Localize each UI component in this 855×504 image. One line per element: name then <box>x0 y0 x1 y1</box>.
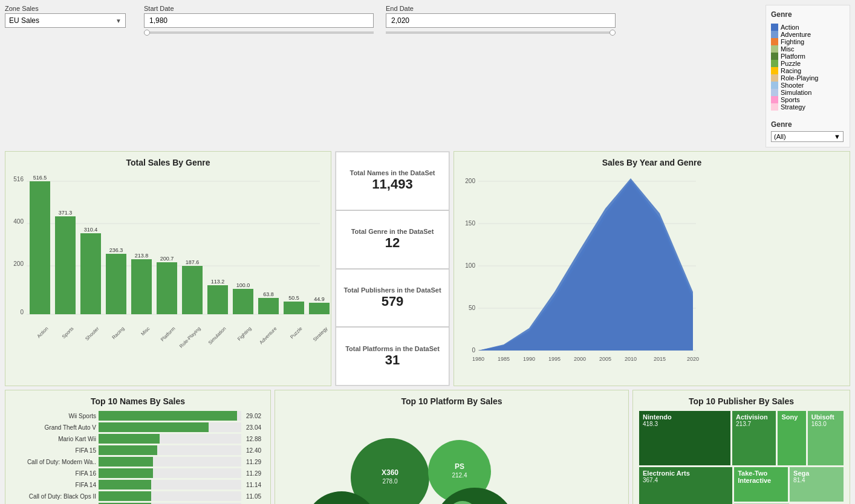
stats-panel: Total Names in the DataSet 11,493 Total … <box>335 151 450 386</box>
legend-items: ActionAdventureFightingMiscPlatformPuzzl… <box>771 24 845 111</box>
bar-row-wii-sports: Wii Sports 29.02 <box>11 411 264 421</box>
charts-area: Total Sales By Genre 516 400 200 0 <box>5 151 850 504</box>
bar-shooter[interactable] <box>80 233 101 314</box>
svg-text:Strategy: Strategy <box>312 326 328 342</box>
bar-chart-title: Total Sales By Genre <box>11 158 325 167</box>
bar-track <box>99 480 241 489</box>
svg-text:200: 200 <box>465 178 475 184</box>
treemap-cell-sony: Sony <box>778 411 805 465</box>
total-platforms-value: 31 <box>385 352 400 368</box>
legend-item[interactable]: Role-Playing <box>771 74 845 82</box>
bar-row-fifa14: FIFA 14 11.14 <box>11 480 264 489</box>
bar-name: Grand Theft Auto V <box>11 424 96 431</box>
svg-text:200: 200 <box>13 260 24 267</box>
svg-text:0: 0 <box>20 309 24 315</box>
bar-val: 11.29 <box>246 470 264 477</box>
genre-filter-arrow[interactable]: ▼ <box>834 133 840 140</box>
bar-val: 11.05 <box>246 493 264 500</box>
legend-item[interactable]: Strategy <box>771 103 845 111</box>
svg-text:2000: 2000 <box>574 356 586 362</box>
bar-platform[interactable] <box>157 262 177 314</box>
treemap-row-1: Nintendo 418.3 Activision 213.7 Sony <box>639 411 844 465</box>
bar-fill <box>99 445 157 455</box>
bar-name: Mario Kart Wii <box>11 436 96 442</box>
legend-item-label: Strategy <box>781 103 805 111</box>
treemap-subrow: Take-Two Interactive Sega 81.4 <box>734 467 844 502</box>
end-date-input[interactable]: 2,020 <box>386 13 616 28</box>
bar-adventure[interactable] <box>258 298 279 314</box>
bar-racing[interactable] <box>106 254 126 314</box>
top-controls: Zone Sales EU Sales ▼ Start Date 1,980 E… <box>5 5 850 147</box>
end-date-thumb[interactable] <box>610 30 616 36</box>
bar-name: FIFA 15 <box>11 447 96 454</box>
legend-item[interactable]: Action <box>771 24 845 31</box>
start-date-slider[interactable] <box>144 31 374 34</box>
bar-fighting[interactable] <box>233 289 253 314</box>
legend-color-swatch <box>771 67 778 74</box>
svg-marker-60 <box>478 178 693 351</box>
bar-track <box>99 445 241 455</box>
legend-item[interactable]: Misc <box>771 45 845 53</box>
bar-misc[interactable] <box>131 259 152 314</box>
main-content: Total Sales By Genre 516 400 200 0 <box>5 151 850 504</box>
legend-item-label: Adventure <box>781 31 811 38</box>
legend-item-label: Platform <box>781 53 805 60</box>
legend-item[interactable]: Platform <box>771 53 845 60</box>
bar-name: FIFA 16 <box>11 470 96 477</box>
treemap-row-2: Electronic Arts 367.4 Take-Two Interacti… <box>639 467 844 504</box>
svg-text:2005: 2005 <box>599 356 611 362</box>
legend-item-label: Racing <box>781 67 801 74</box>
publisher-value: 163.0 <box>811 421 840 427</box>
svg-text:278.0: 278.0 <box>382 478 397 485</box>
bar-simulation[interactable] <box>207 285 228 314</box>
zone-select-wrapper[interactable]: EU Sales ▼ <box>5 13 126 28</box>
bar-roleplaying[interactable] <box>182 266 203 314</box>
bar-puzzle[interactable] <box>284 302 304 314</box>
svg-text:44.9: 44.9 <box>314 296 325 302</box>
bar-track <box>99 457 241 467</box>
bar-track <box>99 422 241 432</box>
end-date-slider[interactable] <box>386 31 616 34</box>
bar-sports[interactable] <box>55 216 76 314</box>
svg-text:Misc: Misc <box>140 326 151 337</box>
publisher-treemap: Nintendo 418.3 Activision 213.7 Sony <box>639 411 844 504</box>
start-date-thumb[interactable] <box>144 30 150 36</box>
svg-text:150: 150 <box>465 220 475 227</box>
svg-text:0: 0 <box>472 347 475 354</box>
legend-item[interactable]: Puzzle <box>771 60 845 67</box>
total-genre-value: 12 <box>385 235 400 251</box>
svg-text:236.3: 236.3 <box>109 247 123 253</box>
bar-name: Call of Duty: Modern Wa.. <box>11 459 96 465</box>
legend-item[interactable]: Adventure <box>771 31 845 38</box>
legend-item[interactable]: Simulation <box>771 89 845 96</box>
svg-text:113.2: 113.2 <box>211 279 225 285</box>
svg-text:516: 516 <box>13 176 24 183</box>
svg-text:Sports: Sports <box>61 326 75 340</box>
genre-filter-label: Genre <box>771 120 845 129</box>
zone-label: Zone Sales <box>5 5 126 12</box>
genre-filter-dropdown[interactable]: (All) ▼ <box>771 131 844 142</box>
bar-strategy[interactable] <box>309 303 330 314</box>
svg-text:2015: 2015 <box>654 356 666 362</box>
bar-fill <box>99 434 160 444</box>
legend-item[interactable]: Sports <box>771 96 845 103</box>
zone-dropdown-arrow[interactable]: ▼ <box>112 15 125 27</box>
bar-track <box>99 491 241 501</box>
legend-item[interactable]: Racing <box>771 67 845 74</box>
bar-val: 29.02 <box>246 413 264 419</box>
bar-action[interactable] <box>30 181 50 314</box>
svg-text:Platform: Platform <box>160 326 177 343</box>
bar-name: FIFA 14 <box>11 482 96 488</box>
start-date-input[interactable]: 1,980 <box>144 13 374 28</box>
bar-fill <box>99 457 153 467</box>
treemap-cell-nintendo: Nintendo 418.3 <box>639 411 730 465</box>
legend-item-label: Misc <box>781 45 795 53</box>
publisher-name: Ubisoft <box>811 413 840 421</box>
publisher-name: Electronic Arts <box>643 470 729 477</box>
legend-color-swatch <box>771 38 778 45</box>
legend-item[interactable]: Fighting <box>771 38 845 45</box>
platform-panel: Top 10 Platform By Sales X360 278.0 Wii … <box>275 390 629 504</box>
bar-fill <box>99 480 151 489</box>
legend-item[interactable]: Shooter <box>771 82 845 89</box>
total-platforms-label: Total Platforms in the DataSet <box>345 345 440 352</box>
